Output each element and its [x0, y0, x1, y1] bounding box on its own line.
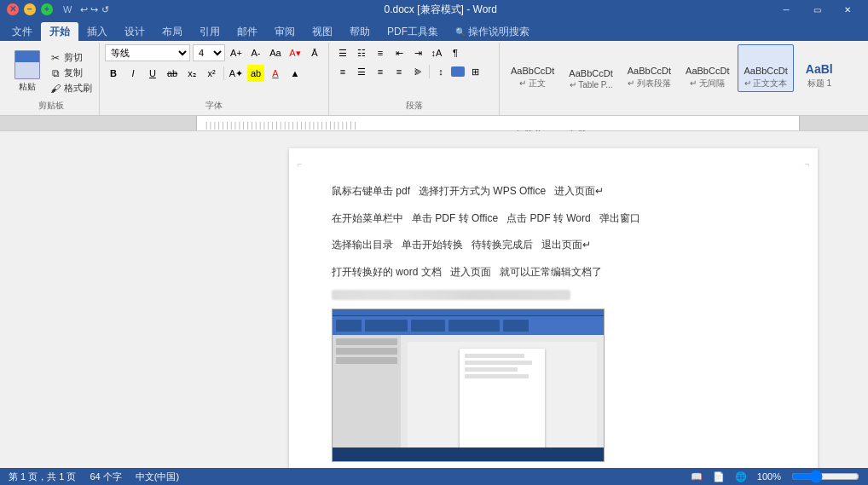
font-name-select[interactable]: 等线 — [105, 44, 190, 61]
bullets-button[interactable]: ☰ — [334, 44, 351, 61]
ribbon-tabs: 文件 开始 插入 设计 布局 引用 邮件 审阅 视图 帮助 PDF工具集 🔍操作… — [0, 19, 868, 41]
status-language: 中文(中国) — [136, 471, 179, 483]
screenshot-taskbar — [333, 447, 604, 461]
tab-mail[interactable]: 邮件 — [229, 22, 266, 41]
style-table[interactable]: AaBbCcDt ↵ Table P... — [563, 44, 618, 92]
style-list[interactable]: AaBbCcDt ↵ 列表段落 — [622, 44, 677, 92]
shading-button[interactable]: ▲ — [286, 65, 304, 82]
strikethrough-button[interactable]: ab — [164, 65, 181, 82]
window-controls-right: ─ ▭ ✕ — [773, 3, 861, 15]
tab-home[interactable]: 开始 — [41, 22, 78, 41]
para-separator — [429, 65, 430, 78]
status-words: 64 个字 — [90, 471, 121, 483]
italic-button[interactable]: I — [124, 65, 142, 82]
tab-view[interactable]: 视图 — [304, 22, 341, 41]
doc-line-4: 打开转换好的 word 文档 进入页面 就可以正常编辑文档了 — [332, 263, 775, 282]
style-normal[interactable]: AaBbCcDt ↵ 正文 — [505, 44, 560, 92]
paste-label: 粘贴 — [19, 81, 36, 93]
status-view-print[interactable]: 📄 — [713, 471, 725, 482]
paragraph-label: 段落 — [334, 100, 494, 113]
decrease-indent-button[interactable]: ⇤ — [391, 44, 408, 61]
show-marks-button[interactable]: ¶ — [447, 44, 464, 61]
align-right-button[interactable]: ≡ — [372, 63, 389, 80]
multilevel-button[interactable]: ≡ — [372, 44, 389, 61]
cut-button[interactable]: ✂ 剪切 — [48, 50, 94, 65]
style-list-preview: AaBbCcDt — [628, 66, 671, 76]
sort-button[interactable]: ↕A — [428, 44, 445, 61]
win-minimize[interactable]: ─ — [773, 3, 800, 15]
text-effect-button[interactable]: A✦ — [228, 65, 245, 82]
align-left-button[interactable]: ≡ — [334, 63, 351, 80]
style-heading1[interactable]: AaBl 标题 1 — [796, 44, 842, 92]
tab-pdf[interactable]: PDF工具集 — [379, 22, 447, 41]
content-area: ⌐ ¬ 鼠标右键单击 pdf 选择打开方式为 WPS Office 进入页面↵ … — [0, 131, 868, 485]
ruler-content-area: | | | | | | | | | | | | | | | | | | | | … — [196, 116, 800, 130]
ruler-marks: | | | | | | | | | | | | | | | | | | | | … — [205, 121, 356, 130]
style-normal-preview: AaBbCcDt — [511, 66, 554, 76]
zoom-slider[interactable] — [791, 470, 859, 483]
maximize-button[interactable]: + — [41, 3, 53, 15]
font-color2-button[interactable]: A — [267, 65, 284, 82]
grow-font-button[interactable]: A+ — [228, 44, 245, 61]
tab-file[interactable]: 文件 — [3, 22, 41, 41]
subscript-button[interactable]: x₂ — [183, 65, 200, 82]
ruler-right-margin — [800, 116, 868, 130]
tab-layout[interactable]: 布局 — [153, 22, 191, 41]
screenshot-toolbar-group1 — [336, 320, 362, 332]
format-painter-button[interactable]: 🖌 格式刷 — [48, 81, 94, 95]
line-spacing-button[interactable]: ↕ — [432, 63, 449, 80]
style-nospace-preview: AaBbCcDt — [686, 66, 729, 76]
style-heading1-label: 标题 1 — [807, 78, 831, 89]
shrink-font-button[interactable]: A- — [247, 44, 264, 61]
underline-button[interactable]: U — [144, 65, 161, 82]
ss-nav2 — [336, 348, 397, 355]
tab-insert[interactable]: 插入 — [78, 22, 116, 41]
style-bodytext[interactable]: AaBbCcDt ↵ 正文文本 — [738, 44, 793, 92]
tab-help[interactable]: 帮助 — [341, 22, 379, 41]
style-normal-label: ↵ 正文 — [519, 78, 546, 89]
minimize-button[interactable]: − — [24, 3, 36, 15]
style-nospace[interactable]: AaBbCcDt ↵ 无间隔 — [680, 44, 735, 92]
page-content: ⌐ ¬ 鼠标右键单击 pdf 选择打开方式为 WPS Office 进入页面↵ … — [289, 148, 818, 485]
font-size-select[interactable]: 4 — [193, 44, 225, 61]
tab-references[interactable]: 引用 — [191, 22, 229, 41]
copy-button[interactable]: ⧉ 复制 — [48, 66, 94, 80]
change-case-button[interactable]: Aa — [267, 44, 284, 61]
font-color-button[interactable]: A▾ — [286, 44, 304, 61]
column-break-button[interactable]: ⫸ — [409, 63, 426, 80]
copy-icon: ⧉ — [49, 67, 61, 79]
doc-page[interactable]: ⌐ ¬ 鼠标右键单击 pdf 选择打开方式为 WPS Office 进入页面↵ … — [239, 131, 868, 485]
tab-design[interactable]: 设计 — [116, 22, 153, 41]
status-view-web[interactable]: 🌐 — [735, 471, 747, 482]
screenshot-sidebar — [333, 335, 401, 461]
highlight-button[interactable]: ab — [247, 65, 264, 82]
tab-search[interactable]: 🔍操作说明搜索 — [447, 22, 538, 41]
border-button[interactable]: ⊞ — [466, 63, 483, 80]
left-panel — [0, 131, 239, 485]
paint-icon: 🖌 — [49, 83, 61, 95]
screenshot-toolbar-group5 — [503, 320, 529, 332]
paste-icon — [14, 50, 40, 79]
numbering-button[interactable]: ☷ — [353, 44, 370, 61]
status-view-read[interactable]: 📖 — [691, 471, 703, 482]
close-button[interactable]: ✕ — [7, 3, 19, 15]
win-restore[interactable]: ▭ — [803, 3, 830, 15]
superscript-button[interactable]: x² — [203, 65, 220, 82]
clear-format-button[interactable]: Ā — [306, 44, 323, 61]
increase-indent-button[interactable]: ⇥ — [409, 44, 426, 61]
ss-line3 — [465, 367, 518, 372]
status-zoom: 100% — [757, 471, 781, 482]
font-separator — [223, 66, 224, 80]
ss-nav1 — [336, 338, 397, 345]
align-center-button[interactable]: ☰ — [353, 63, 370, 80]
tab-review[interactable]: 审阅 — [266, 22, 304, 41]
style-bodytext-preview: AaBbCcDt — [744, 66, 787, 76]
bold-button[interactable]: B — [105, 65, 122, 82]
title-bar: ✕ − + W ↩ ↪ ↺ 0.docx [兼容模式] - Word ─ ▭ ✕ — [0, 0, 868, 19]
shading2-button[interactable] — [451, 66, 465, 77]
win-close[interactable]: ✕ — [834, 3, 861, 15]
styles-group: AaBbCcDt ↵ 正文 AaBbCcDt ↵ Table P... AaBb… — [500, 43, 865, 115]
font-label: 字体 — [105, 100, 323, 113]
paste-button[interactable]: 粘贴 — [9, 49, 46, 95]
justify-button[interactable]: ≡ — [391, 63, 408, 80]
